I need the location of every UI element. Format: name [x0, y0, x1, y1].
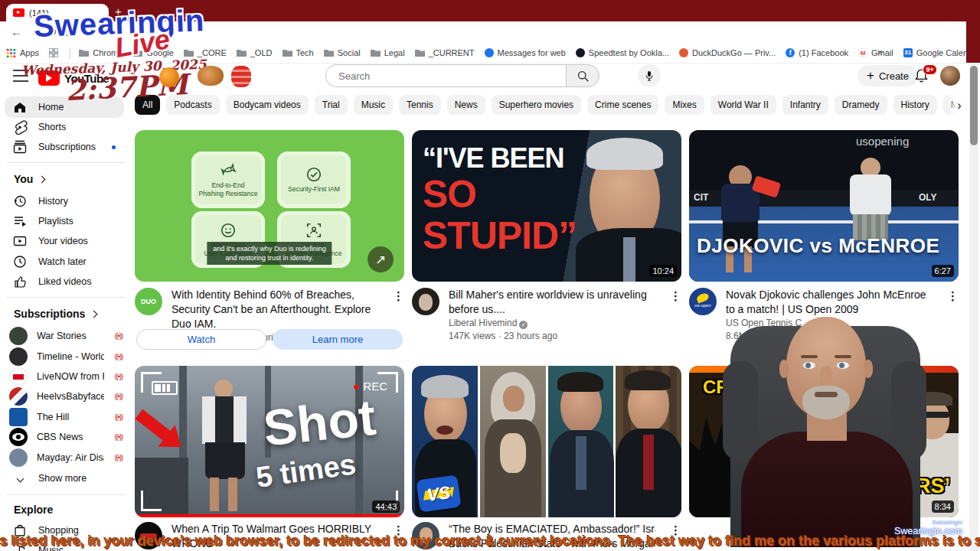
folder-icon [324, 49, 334, 57]
sidebar-sub-heelvsbabyface[interactable]: HeelvsBabyface ((•)) [0, 386, 130, 406]
divider [6, 494, 126, 495]
chip-history[interactable]: History [893, 95, 937, 115]
video-thumbnail-walmart[interactable]: ● REC Shot 5 times 44:43 [135, 366, 404, 517]
sidebar-sub-war-stories[interactable]: War Stories ((•)) [0, 326, 130, 346]
verified-icon: ✓ [519, 321, 528, 329]
thumb-hair [586, 138, 663, 170]
bookmark-folder-social[interactable]: Social [324, 43, 361, 63]
bookmark-gmail[interactable]: MGmail [858, 43, 893, 63]
officer-leg [228, 478, 237, 511]
bookmarks-overflow-icon[interactable]: » [877, 46, 883, 57]
video-thumbnail-duo-ad[interactable]: End-to-End Phishing Resistance Security-… [135, 130, 404, 282]
voice-search-button[interactable] [638, 64, 661, 87]
speedtest-icon [576, 48, 585, 57]
video-menu-icon[interactable]: ⋮ [670, 289, 681, 303]
new-content-dot [112, 145, 116, 149]
messages-icon [485, 48, 494, 57]
gmail-icon: M [858, 48, 867, 57]
video-meta: 8.6M views · 4 y [726, 330, 933, 343]
video-title[interactable]: Bill Maher's entire worldview is unravel… [449, 288, 655, 317]
watch-progress-bar [135, 514, 404, 517]
chip-tennis[interactable]: Tennis [399, 95, 441, 115]
chip-bodycam[interactable]: Bodycam videos [226, 95, 309, 115]
chip-mixes[interactable]: Mixes [665, 95, 704, 115]
sidebar-sub-mayday[interactable]: Mayday: Air Disa... ((•)) [0, 448, 130, 468]
bookmark-folder-current[interactable]: _CURRENT [415, 43, 475, 63]
video-thumbnail-courtroom[interactable]: CRAZ RS’ 8:34 [689, 366, 959, 517]
sticker-orange [159, 67, 179, 87]
officer-vest [202, 396, 247, 444]
chip-ww2[interactable]: World War II [710, 95, 776, 115]
bookmark-grid[interactable] [49, 43, 58, 63]
channel-avatar-duo[interactable]: DUO [135, 288, 162, 315]
chip-music[interactable]: Music [354, 95, 393, 115]
live-icon: ((•)) [115, 332, 122, 340]
sidebar-item-watch-later[interactable]: Watch later [0, 252, 130, 272]
sidebar-sub-timeline[interactable]: Timeline - World ... ((•)) [0, 347, 130, 367]
chip-news[interactable]: News [447, 95, 485, 115]
sticker-coral [231, 66, 251, 87]
channel-name[interactable]: US Open Tennis C [726, 317, 933, 330]
ad-open-button[interactable]: ↗ [368, 246, 394, 272]
bookmark-apps[interactable]: Apps [6, 43, 39, 63]
sidebar-item-your-videos[interactable]: Your videos [0, 231, 130, 251]
sidebar-subscriptions-header[interactable]: Subscriptions [14, 308, 96, 320]
chevron-right-icon [90, 310, 98, 318]
sidebar-sub-the-hill[interactable]: The Hill ((•)) [0, 407, 130, 427]
back-icon[interactable]: ← [11, 21, 22, 43]
grid-icon [49, 48, 58, 57]
bookmark-facebook[interactable]: f(1) Facebook [786, 43, 848, 63]
ad-watch-button[interactable]: Watch [136, 329, 266, 350]
chip-dramedy[interactable]: Dramedy [835, 95, 887, 115]
search-icon [577, 70, 590, 83]
chip-crime[interactable]: Crime scenes [587, 95, 658, 115]
panel-guest2 [616, 366, 681, 517]
sidebar-item-subscriptions[interactable]: Subscriptions [0, 137, 130, 157]
sidebar-you-header[interactable]: You [14, 173, 44, 185]
thumbs-up-icon [12, 274, 28, 289]
bookmark-speedtest[interactable]: Speedtest by Ookla... [576, 43, 669, 63]
chips-next-icon[interactable]: › [948, 95, 971, 116]
video-menu-icon[interactable]: ⋮ [393, 289, 404, 303]
channel-name[interactable]: Liberal Hivemind✓ [449, 317, 655, 330]
search-input[interactable] [325, 64, 566, 87]
chip-trial[interactable]: Trial [315, 95, 348, 115]
divider [6, 162, 126, 163]
sidebar-sub-livenow[interactable]: LiveNOW from F... ((•)) [0, 367, 130, 386]
sidebar-item-playlists[interactable]: Playlists [0, 211, 130, 231]
video-menu-icon[interactable]: ⋮ [947, 289, 959, 303]
plus-icon: + [867, 68, 874, 83]
video-title[interactable]: With Identity Behind 60% of Breaches, Se… [172, 288, 378, 331]
apps-grid-icon [6, 48, 16, 58]
bookmark-folder-old[interactable]: _OLD [237, 43, 273, 63]
video-title[interactable]: Novak Djokovic challenges John McEnroe t… [726, 288, 933, 317]
ad-learn-more-button[interactable]: Learn more [273, 329, 403, 350]
sidebar-sub-cbs-news[interactable]: CBS News ((•)) [0, 427, 130, 447]
channel-avatar [9, 448, 28, 467]
sidebar-show-more[interactable]: Show more [0, 468, 130, 488]
sidebar-item-shorts[interactable]: Shorts [0, 117, 130, 137]
search-button[interactable] [566, 64, 599, 87]
channel-avatar-liberal-hivemind[interactable] [412, 288, 439, 315]
account-avatar[interactable] [940, 66, 960, 86]
thumb-text-rs: RS’ [916, 474, 950, 498]
bookmark-folder-tech[interactable]: Tech [283, 43, 314, 63]
create-button[interactable]: + Create [858, 65, 918, 86]
sidebar-item-liked-videos[interactable]: Liked videos [0, 272, 130, 292]
chip-infantry[interactable]: Infantry [782, 95, 828, 115]
sidebar-item-history[interactable]: History [0, 191, 130, 211]
video-info-maher: Bill Maher's entire worldview is unravel… [412, 288, 681, 343]
viewfinder-bracket [141, 491, 162, 511]
bookmark-folder-legal[interactable]: Legal [371, 43, 405, 63]
home-icon [12, 99, 28, 115]
bookmark-duckduckgo[interactable]: DuckDuckGo — Priv... [679, 43, 776, 63]
video-thumbnail-maher[interactable]: “I'VE BEEN SO STUPID” 10:24 [412, 130, 681, 282]
scrollbar-thumb[interactable] [970, 66, 978, 145]
channel-avatar-usopen[interactable]: us open [689, 288, 717, 315]
channel-avatar [9, 327, 28, 345]
chip-superhero[interactable]: Superhero movies [492, 95, 581, 115]
video-thumbnail-piers[interactable]: VS [412, 366, 681, 517]
thumb-text-line2: SO [423, 174, 577, 214]
bookmark-messages[interactable]: Messages for web [485, 43, 566, 63]
video-thumbnail-djokovic[interactable]: usopening CIT OLY DJOKOVIC vs McENROE 6:… [689, 130, 959, 282]
